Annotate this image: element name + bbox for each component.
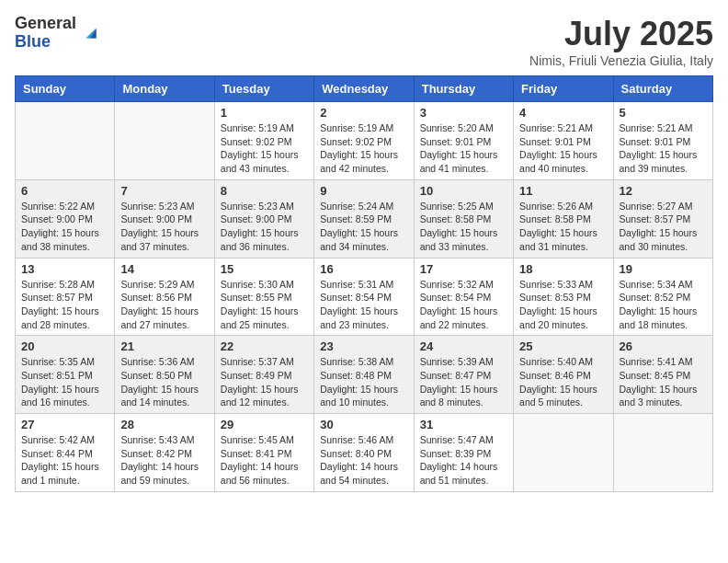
weekday-header-thursday: Thursday	[414, 76, 513, 102]
calendar-cell: 6Sunrise: 5:22 AMSunset: 9:00 PMDaylight…	[16, 179, 115, 258]
day-info: Sunrise: 5:34 AMSunset: 8:52 PMDaylight:…	[620, 278, 707, 332]
calendar-cell: 3Sunrise: 5:20 AMSunset: 9:01 PMDaylight…	[414, 102, 513, 180]
calendar-cell: 27Sunrise: 5:42 AMSunset: 8:44 PMDayligh…	[16, 414, 115, 492]
calendar-cell: 2Sunrise: 5:19 AMSunset: 9:02 PMDaylight…	[314, 102, 414, 180]
calendar-cell: 15Sunrise: 5:30 AMSunset: 8:55 PMDayligh…	[214, 258, 313, 336]
day-number: 9	[320, 184, 407, 198]
calendar-cell: 29Sunrise: 5:45 AMSunset: 8:41 PMDayligh…	[214, 414, 313, 492]
day-info: Sunrise: 5:42 AMSunset: 8:44 PMDaylight:…	[21, 433, 108, 488]
day-number: 18	[519, 262, 607, 276]
day-info: Sunrise: 5:47 AMSunset: 8:39 PMDaylight:…	[420, 433, 507, 488]
day-number: 30	[320, 418, 407, 431]
day-number: 2	[320, 106, 407, 120]
logo-general: General	[15, 15, 76, 33]
day-info: Sunrise: 5:35 AMSunset: 8:51 PMDaylight:…	[21, 355, 108, 409]
day-info: Sunrise: 5:22 AMSunset: 9:00 PMDaylight:…	[21, 200, 108, 254]
calendar-cell: 25Sunrise: 5:40 AMSunset: 8:46 PMDayligh…	[514, 336, 613, 414]
calendar-cell: 10Sunrise: 5:25 AMSunset: 8:58 PMDayligh…	[414, 179, 513, 258]
day-info: Sunrise: 5:30 AMSunset: 8:55 PMDaylight:…	[221, 278, 308, 332]
calendar-cell: 12Sunrise: 5:27 AMSunset: 8:57 PMDayligh…	[613, 179, 712, 258]
day-info: Sunrise: 5:46 AMSunset: 8:40 PMDaylight:…	[320, 433, 407, 488]
calendar-cell	[115, 102, 214, 180]
day-info: Sunrise: 5:29 AMSunset: 8:56 PMDaylight:…	[120, 278, 208, 332]
title-block: July 2025 Nimis, Friuli Venezia Giulia, …	[529, 15, 713, 68]
weekday-header-friday: Friday	[514, 76, 613, 102]
day-number: 13	[21, 262, 108, 276]
day-info: Sunrise: 5:32 AMSunset: 8:54 PMDaylight:…	[420, 278, 507, 332]
day-number: 22	[221, 339, 308, 353]
day-number: 6	[21, 184, 108, 198]
day-info: Sunrise: 5:40 AMSunset: 8:46 PMDaylight:…	[519, 355, 607, 409]
day-number: 14	[120, 262, 208, 276]
calendar-cell: 9Sunrise: 5:24 AMSunset: 8:59 PMDaylight…	[314, 179, 414, 258]
day-number: 7	[120, 184, 208, 198]
weekday-header-row: SundayMondayTuesdayWednesdayThursdayFrid…	[16, 76, 713, 102]
calendar-cell: 1Sunrise: 5:19 AMSunset: 9:02 PMDaylight…	[214, 102, 313, 180]
day-info: Sunrise: 5:23 AMSunset: 9:00 PMDaylight:…	[120, 200, 208, 254]
day-info: Sunrise: 5:19 AMSunset: 9:02 PMDaylight:…	[221, 121, 308, 176]
calendar: SundayMondayTuesdayWednesdayThursdayFrid…	[15, 75, 713, 492]
day-number: 19	[620, 262, 707, 276]
day-info: Sunrise: 5:19 AMSunset: 9:02 PMDaylight:…	[320, 121, 407, 176]
weekday-header-tuesday: Tuesday	[214, 76, 313, 102]
month-title: July 2025	[529, 15, 713, 53]
calendar-week-4: 20Sunrise: 5:35 AMSunset: 8:51 PMDayligh…	[16, 336, 713, 414]
location: Nimis, Friuli Venezia Giulia, Italy	[529, 53, 713, 68]
day-number: 25	[519, 339, 607, 353]
calendar-cell: 24Sunrise: 5:39 AMSunset: 8:47 PMDayligh…	[414, 336, 513, 414]
day-number: 1	[221, 106, 308, 120]
calendar-cell	[613, 414, 712, 492]
calendar-cell: 14Sunrise: 5:29 AMSunset: 8:56 PMDayligh…	[115, 258, 214, 336]
calendar-cell: 4Sunrise: 5:21 AMSunset: 9:01 PMDaylight…	[514, 102, 613, 180]
calendar-cell: 20Sunrise: 5:35 AMSunset: 8:51 PMDayligh…	[16, 336, 115, 414]
day-info: Sunrise: 5:39 AMSunset: 8:47 PMDaylight:…	[420, 355, 507, 409]
day-number: 27	[21, 418, 108, 431]
day-info: Sunrise: 5:20 AMSunset: 9:01 PMDaylight:…	[420, 121, 507, 176]
calendar-cell: 26Sunrise: 5:41 AMSunset: 8:45 PMDayligh…	[613, 336, 712, 414]
day-info: Sunrise: 5:28 AMSunset: 8:57 PMDaylight:…	[21, 278, 108, 332]
calendar-cell	[16, 102, 115, 180]
weekday-header-sunday: Sunday	[16, 76, 115, 102]
day-number: 29	[221, 418, 308, 431]
day-number: 10	[420, 184, 507, 198]
calendar-cell	[514, 414, 613, 492]
calendar-week-2: 6Sunrise: 5:22 AMSunset: 9:00 PMDaylight…	[16, 179, 713, 258]
calendar-cell: 16Sunrise: 5:31 AMSunset: 8:54 PMDayligh…	[314, 258, 414, 336]
calendar-week-5: 27Sunrise: 5:42 AMSunset: 8:44 PMDayligh…	[16, 414, 713, 492]
day-info: Sunrise: 5:24 AMSunset: 8:59 PMDaylight:…	[320, 200, 407, 254]
weekday-header-wednesday: Wednesday	[314, 76, 414, 102]
calendar-cell: 21Sunrise: 5:36 AMSunset: 8:50 PMDayligh…	[115, 336, 214, 414]
day-info: Sunrise: 5:36 AMSunset: 8:50 PMDaylight:…	[120, 355, 208, 409]
calendar-cell: 7Sunrise: 5:23 AMSunset: 9:00 PMDaylight…	[115, 179, 214, 258]
calendar-cell: 13Sunrise: 5:28 AMSunset: 8:57 PMDayligh…	[16, 258, 115, 336]
calendar-cell: 5Sunrise: 5:21 AMSunset: 9:01 PMDaylight…	[613, 102, 712, 180]
calendar-cell: 17Sunrise: 5:32 AMSunset: 8:54 PMDayligh…	[414, 258, 513, 336]
day-info: Sunrise: 5:26 AMSunset: 8:58 PMDaylight:…	[519, 200, 607, 254]
day-number: 3	[420, 106, 507, 120]
calendar-cell: 23Sunrise: 5:38 AMSunset: 8:48 PMDayligh…	[314, 336, 414, 414]
day-info: Sunrise: 5:37 AMSunset: 8:49 PMDaylight:…	[221, 355, 308, 409]
day-number: 28	[120, 418, 208, 431]
calendar-cell: 31Sunrise: 5:47 AMSunset: 8:39 PMDayligh…	[414, 414, 513, 492]
day-number: 15	[221, 262, 308, 276]
day-number: 26	[620, 339, 707, 353]
day-info: Sunrise: 5:41 AMSunset: 8:45 PMDaylight:…	[620, 355, 707, 409]
day-info: Sunrise: 5:25 AMSunset: 8:58 PMDaylight:…	[420, 200, 507, 254]
day-number: 17	[420, 262, 507, 276]
day-info: Sunrise: 5:31 AMSunset: 8:54 PMDaylight:…	[320, 278, 407, 332]
day-info: Sunrise: 5:21 AMSunset: 9:01 PMDaylight:…	[519, 121, 607, 176]
day-number: 31	[420, 418, 507, 431]
calendar-cell: 18Sunrise: 5:33 AMSunset: 8:53 PMDayligh…	[514, 258, 613, 336]
day-number: 20	[21, 339, 108, 353]
logo-icon	[80, 22, 102, 44]
day-number: 11	[519, 184, 607, 198]
calendar-cell: 11Sunrise: 5:26 AMSunset: 8:58 PMDayligh…	[514, 179, 613, 258]
day-number: 5	[620, 106, 707, 120]
day-info: Sunrise: 5:38 AMSunset: 8:48 PMDaylight:…	[320, 355, 407, 409]
calendar-week-1: 1Sunrise: 5:19 AMSunset: 9:02 PMDaylight…	[16, 102, 713, 180]
calendar-cell: 19Sunrise: 5:34 AMSunset: 8:52 PMDayligh…	[613, 258, 712, 336]
day-number: 12	[620, 184, 707, 198]
logo-blue: Blue	[15, 33, 76, 52]
day-info: Sunrise: 5:27 AMSunset: 8:57 PMDaylight:…	[620, 200, 707, 254]
day-number: 21	[120, 339, 208, 353]
